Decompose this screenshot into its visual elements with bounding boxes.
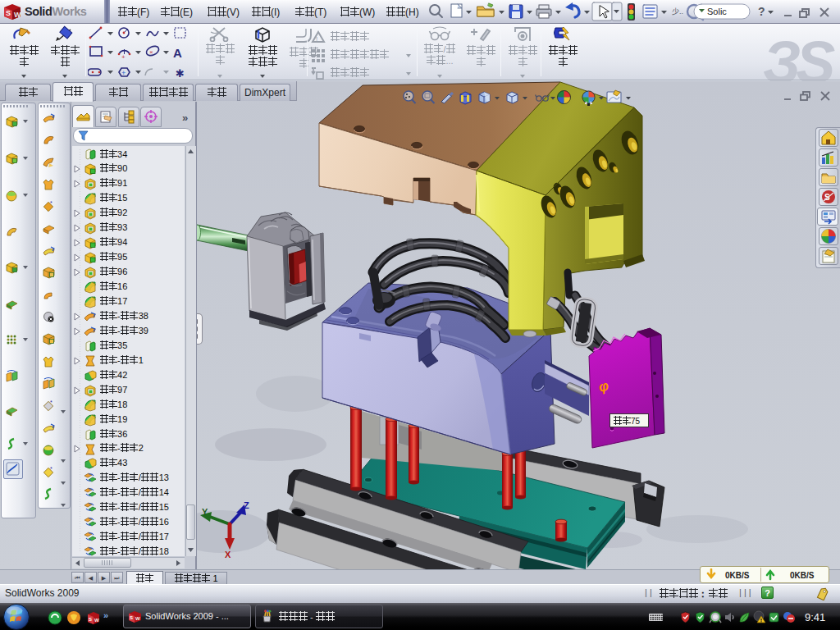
svg-text:W: W [135, 616, 140, 621]
svg-text:S: S [6, 9, 11, 17]
svg-text:X: X [225, 550, 231, 559]
svg-text:*: * [50, 466, 52, 472]
svg-text:+: + [121, 53, 126, 61]
svg-text:»: » [103, 610, 108, 620]
svg-text:S: S [89, 617, 92, 622]
svg-text:+: + [121, 69, 126, 77]
svg-text:少..: 少.. [672, 7, 683, 16]
svg-text:S: S [130, 615, 133, 620]
svg-text:A: A [173, 46, 182, 60]
svg-text:Solic: Solic [707, 7, 727, 16]
svg-text:?: ? [758, 5, 765, 18]
svg-text:✱: ✱ [176, 67, 185, 79]
svg-text:W: W [94, 618, 99, 623]
svg-text:×: × [149, 48, 153, 56]
svg-text:Z: Z [244, 500, 249, 510]
svg-text:W: W [14, 11, 21, 19]
svg-text:Y: Y [202, 507, 208, 517]
svg-text:*: * [50, 200, 52, 206]
svg-text:!: ! [316, 35, 317, 43]
svg-text:*: * [50, 399, 52, 405]
